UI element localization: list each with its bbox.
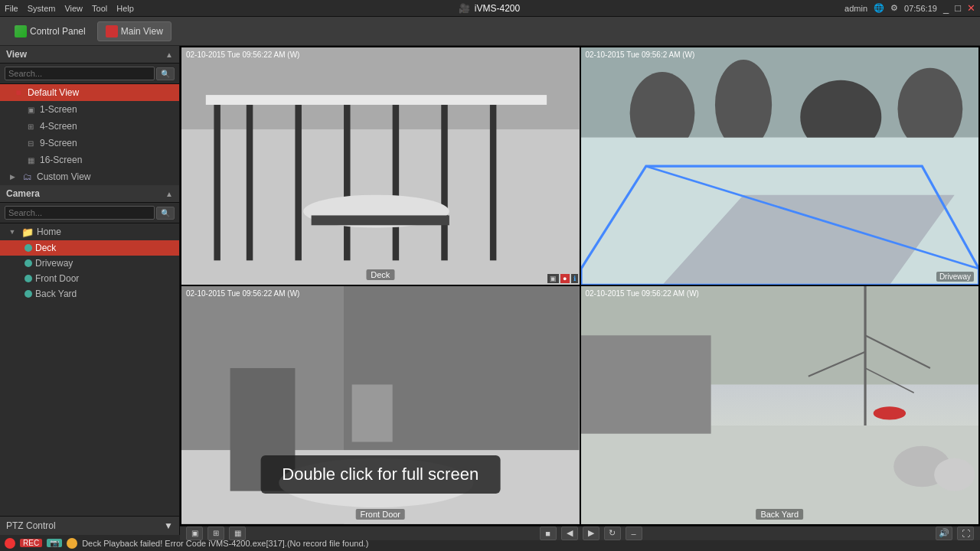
svg-point-14 <box>714 60 771 150</box>
backyard-scene-svg <box>581 286 979 523</box>
deck-label: Deck <box>366 269 394 280</box>
maximize-button[interactable]: □ <box>955 2 961 14</box>
deck-timestamp: 02-10-2015 Tue 09:56:22 AM (W) <box>186 51 299 59</box>
view-panel: View ▲ 🔍 ■ Default View ▣ 1-Screen ⊞ 4-S… <box>0 46 179 185</box>
view-panel-header[interactable]: View ▲ <box>0 46 179 64</box>
camera-driveway[interactable]: Driveway <box>0 256 179 271</box>
camera-cell-driveway[interactable]: 02-10-2015 Tue 09:56:2 AM (W) Driveway ✕ <box>581 47 979 285</box>
playback-next-btn[interactable]: ▶ <box>583 527 599 540</box>
titlebar: File System View Tool Help 🎥 iVMS-4200 a… <box>0 0 980 17</box>
camera-search-button[interactable]: 🔍 <box>156 207 175 220</box>
svg-rect-5 <box>344 96 350 260</box>
9screen-label: 9-Screen <box>40 138 77 148</box>
view-panel-title: View <box>6 49 27 60</box>
default-view-label: Default View <box>28 87 79 98</box>
control-panel-button[interactable]: Control Panel <box>6 21 94 41</box>
backyard-label: Back Yard <box>756 509 803 520</box>
home-group-collapse-icon: ▼ <box>6 226 18 238</box>
camera-backyard[interactable]: Back Yard <box>0 286 179 302</box>
4screen-label: 4-Screen <box>40 121 77 132</box>
svg-rect-3 <box>247 96 253 260</box>
control-panel-label: Control Panel <box>30 26 86 37</box>
camera-deck[interactable]: Deck <box>0 240 179 256</box>
deck-scene-svg <box>181 47 580 285</box>
app-title-bar: 🎥 iVMS-4200 <box>459 3 520 14</box>
deck-stop-btn[interactable]: ● <box>560 274 569 283</box>
deck-cell-controls: ▣ ● ℹ <box>546 272 579 285</box>
ptz-panel-header[interactable]: PTZ Control ▼ <box>0 517 179 535</box>
backyard-video <box>581 286 979 523</box>
ptz-panel-arrow: ▼ <box>164 520 173 531</box>
home-folder-icon: 📁 <box>21 226 34 238</box>
minimize-button[interactable]: _ <box>943 2 949 14</box>
video-grid: 02-10-2015 Tue 09:56:22 AM (W) Deck ✕ ▣ … <box>180 46 980 526</box>
main-view-button[interactable]: Main View <box>97 21 172 41</box>
main-view-icon <box>106 25 118 37</box>
16screen-label: 16-Screen <box>40 155 82 165</box>
view-search-button[interactable]: 🔍 <box>156 67 175 80</box>
main-view-label: Main View <box>121 26 163 37</box>
view-4screen[interactable]: ⊞ 4-Screen <box>0 118 179 135</box>
fullscreen-btn[interactable]: ⛶ <box>957 527 974 540</box>
menu-bar[interactable]: File System View Tool Help <box>5 4 134 13</box>
camera-group-home[interactable]: ▼ 📁 Home <box>0 223 179 240</box>
settings-icon: ⚙ <box>890 3 898 13</box>
network-icon: 🌐 <box>874 3 884 13</box>
driveway-timestamp: 02-10-2015 Tue 09:56:2 AM (W) <box>586 51 695 59</box>
view-default-view[interactable]: ■ Default View <box>0 84 179 101</box>
camera-cell-frontdoor[interactable]: 02-10-2015 Tue 09:56:22 AM (W) Double cl… <box>181 286 580 523</box>
menu-file[interactable]: File <box>5 4 18 13</box>
playback-stop-btn[interactable]: ■ <box>540 527 557 540</box>
deck-video <box>181 47 580 285</box>
view-search-bar: 🔍 <box>0 64 179 84</box>
view-9screen[interactable]: ⊟ 9-Screen <box>0 135 179 152</box>
camera-panel-arrow: ▲ <box>165 190 173 198</box>
playback-minus-btn[interactable]: – <box>626 527 642 540</box>
view-panel-arrow: ▲ <box>165 51 173 59</box>
camera-panel: Camera ▲ 🔍 ▼ 📁 Home Deck Driveway <box>0 185 179 516</box>
cam-icon: 📷 <box>47 539 62 547</box>
playback-prev-btn[interactable]: ◀ <box>561 527 578 540</box>
camera-panel-title: Camera <box>6 188 40 199</box>
alert-icon <box>5 538 15 549</box>
custom-view-icon: 🗂 <box>21 171 34 183</box>
volume-btn[interactable]: 🔊 <box>936 527 952 540</box>
toolbar: Control Panel Main View <box>0 17 980 46</box>
camera-panel-header[interactable]: Camera ▲ <box>0 185 179 203</box>
sidebar: View ▲ 🔍 ■ Default View ▣ 1-Screen ⊞ 4-S… <box>0 46 180 534</box>
menu-help[interactable]: Help <box>116 4 134 13</box>
menu-tool[interactable]: Tool <box>92 4 107 13</box>
svg-rect-4 <box>295 96 301 260</box>
custom-view-expand-icon: ▶ <box>6 171 18 183</box>
menu-view[interactable]: View <box>64 4 83 13</box>
driveway-scene-svg <box>581 47 979 285</box>
svg-rect-11 <box>206 95 547 105</box>
close-button[interactable]: ✕ <box>967 2 975 14</box>
camera-cell-backyard[interactable]: 02-10-2015 Tue 09:56:22 AM (W) Back Yard… <box>581 286 979 523</box>
driveway-cam-label: Driveway <box>35 258 73 269</box>
playback-refresh-btn[interactable]: ↻ <box>604 527 621 540</box>
svg-rect-7 <box>441 96 447 260</box>
driveway-video <box>581 47 979 285</box>
deck-info-btn[interactable]: ℹ <box>571 274 578 283</box>
view-16screen[interactable]: ▦ 16-Screen <box>0 152 179 168</box>
view-1screen[interactable]: ▣ 1-Screen <box>0 101 179 118</box>
svg-rect-25 <box>352 385 393 442</box>
deck-layout-btn[interactable]: ▣ <box>547 274 559 283</box>
deck-cam-label: Deck <box>35 243 56 253</box>
app-icon: 🎥 <box>459 3 470 14</box>
fullscreen-hint: Double click for full screen <box>260 455 500 494</box>
deck-cam-icon <box>24 244 32 252</box>
svg-rect-2 <box>214 96 220 260</box>
camera-search-input[interactable] <box>5 206 155 220</box>
view-custom-view[interactable]: ▶ 🗂 Custom View <box>0 168 179 185</box>
driveway-cam-icon <box>24 259 32 267</box>
view-search-input[interactable] <box>5 67 155 80</box>
menu-system[interactable]: System <box>28 4 56 13</box>
ptz-panel-title: PTZ Control <box>6 520 56 531</box>
user-label: admin <box>844 4 867 13</box>
camera-cell-deck[interactable]: 02-10-2015 Tue 09:56:22 AM (W) Deck ✕ ▣ … <box>181 47 580 285</box>
app-name: iVMS-4200 <box>475 3 520 14</box>
clock: 07:56:19 <box>904 4 937 13</box>
camera-frontdoor[interactable]: Front Door <box>0 271 179 286</box>
